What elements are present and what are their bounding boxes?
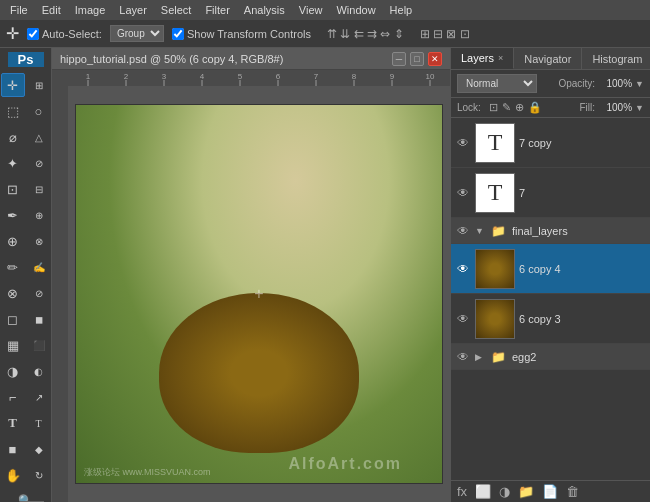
distribute-icons: ⊞ ⊟ ⊠ ⊡ — [420, 27, 470, 41]
layer-item[interactable]: 👁 6 copy 3 — [451, 294, 650, 344]
opacity-value[interactable]: 100% — [598, 78, 632, 89]
opacity-chevron-icon[interactable]: ▼ — [635, 79, 644, 89]
minimize-button[interactable]: ─ — [392, 52, 406, 66]
rotate-view-tool[interactable]: ↻ — [27, 463, 51, 487]
layer-visibility-toggle[interactable]: 👁 — [455, 185, 471, 201]
layer-visibility-toggle[interactable]: 👁 — [455, 311, 471, 327]
lock-position-icon[interactable]: ✎ — [502, 101, 511, 114]
svg-text:2: 2 — [124, 72, 129, 81]
quick-select-tool[interactable]: ⊘ — [27, 151, 51, 175]
menu-file[interactable]: File — [4, 2, 34, 18]
custom-shape-tool[interactable]: ◆ — [27, 437, 51, 461]
layer-visibility-toggle[interactable]: 👁 — [455, 349, 471, 365]
gradient-tool[interactable]: ▦ — [1, 333, 25, 357]
show-transform-checkbox[interactable] — [172, 28, 184, 40]
layer-item[interactable]: 👁 T 7 — [451, 168, 650, 218]
layer-group-item[interactable]: 👁 ▼ 📁 final_layers — [451, 218, 650, 244]
lasso-tool[interactable]: ⌀ — [1, 125, 25, 149]
new-layer-icon[interactable]: 📄 — [542, 484, 558, 499]
dodge-tool[interactable]: ◑ — [1, 359, 25, 383]
poly-lasso-tool[interactable]: △ — [27, 125, 51, 149]
ellipse-select-tool[interactable]: ○ — [27, 99, 51, 123]
shape-tool[interactable]: ■ — [1, 437, 25, 461]
layer-visibility-toggle[interactable]: 👁 — [455, 223, 471, 239]
toolbar: Ps ✛ ⊞ ⬚ ○ ⌀ △ ✦ ⊘ ⊡ ⊟ ✒ ⊕ ⊕ ⊗ ✏ — [0, 48, 52, 502]
artboard-tool[interactable]: ⊞ — [27, 73, 51, 97]
slice-tool[interactable]: ⊟ — [27, 177, 51, 201]
menu-filter[interactable]: Filter — [199, 2, 235, 18]
lock-pixel-icon[interactable]: ⊡ — [489, 101, 498, 114]
svg-text:9: 9 — [390, 72, 395, 81]
canvas-content[interactable]: + 涨级论坛 www.MISSVUAN.com AlfoArt.com — [68, 86, 450, 502]
layer-visibility-toggle[interactable]: 👁 — [455, 135, 471, 151]
layer-thumbnail — [475, 299, 515, 339]
brush-tool[interactable]: ✏ — [1, 255, 25, 279]
auto-select-dropdown[interactable]: Group Layer — [110, 25, 164, 42]
move-tool[interactable]: ✛ — [1, 73, 25, 97]
layer-thumbnail: T — [475, 173, 515, 213]
svg-text:7: 7 — [314, 72, 319, 81]
layer-group-item[interactable]: 👁 ▶ 📁 egg2 — [451, 344, 650, 370]
menu-help[interactable]: Help — [384, 2, 419, 18]
color-sample-tool[interactable]: ⊕ — [27, 203, 51, 227]
fill-value[interactable]: 100% — [598, 102, 632, 113]
tool-group-shape: ■ ◆ — [1, 437, 51, 461]
auto-select-checkbox[interactable] — [27, 28, 39, 40]
layers-list[interactable]: 👁 T 7 copy 👁 T 7 👁 ▼ 📁 final_layers — [451, 118, 650, 480]
tab-layers[interactable]: Layers × — [451, 48, 514, 69]
fill-chevron-icon[interactable]: ▼ — [635, 103, 644, 113]
menu-layer[interactable]: Layer — [113, 2, 153, 18]
vertical-text-tool[interactable]: T — [27, 411, 51, 435]
paint-bucket-tool[interactable]: ⬛ — [27, 333, 51, 357]
tab-navigator[interactable]: Navigator — [514, 48, 582, 69]
pattern-stamp-tool[interactable]: ⊘ — [27, 281, 51, 305]
close-button[interactable]: ✕ — [428, 52, 442, 66]
svg-text:1: 1 — [86, 72, 91, 81]
layer-fx-icon[interactable]: fx — [457, 484, 467, 499]
pencil-tool[interactable]: ✍ — [27, 255, 51, 279]
svg-text:10: 10 — [426, 72, 435, 81]
menu-window[interactable]: Window — [330, 2, 381, 18]
menu-view[interactable]: View — [293, 2, 329, 18]
delete-layer-icon[interactable]: 🗑 — [566, 484, 579, 499]
clone-stamp-tool[interactable]: ⊗ — [1, 281, 25, 305]
tab-histogram[interactable]: Histogram — [582, 48, 650, 69]
layers-tab-close-icon[interactable]: × — [498, 53, 503, 63]
maximize-button[interactable]: □ — [410, 52, 424, 66]
text-tool[interactable]: T — [1, 411, 25, 435]
layer-item[interactable]: 👁 T 7 copy — [451, 118, 650, 168]
group-expand-icon[interactable]: ▼ — [475, 226, 487, 236]
menu-select[interactable]: Select — [155, 2, 198, 18]
rect-select-tool[interactable]: ⬚ — [1, 99, 25, 123]
tool-group-move: ✛ ⊞ — [1, 73, 51, 97]
add-mask-icon[interactable]: ⬜ — [475, 484, 491, 499]
canvas-window-controls: ─ □ ✕ — [392, 52, 442, 66]
eraser-tool[interactable]: ◻ — [1, 307, 25, 331]
adjustment-icon[interactable]: ◑ — [499, 484, 510, 499]
crop-tool[interactable]: ⊡ — [1, 177, 25, 201]
pen-tool[interactable]: ⌐ — [1, 385, 25, 409]
layer-item[interactable]: 👁 6 copy 4 — [451, 244, 650, 294]
burn-tool[interactable]: ◐ — [27, 359, 51, 383]
menu-analysis[interactable]: Analysis — [238, 2, 291, 18]
blend-mode-dropdown[interactable]: Normal Multiply Screen Overlay — [457, 74, 537, 93]
menu-image[interactable]: Image — [69, 2, 112, 18]
layer-visibility-toggle[interactable]: 👁 — [455, 261, 471, 277]
magic-wand-tool[interactable]: ✦ — [1, 151, 25, 175]
svg-text:4: 4 — [200, 72, 205, 81]
bg-eraser-tool[interactable]: ◼ — [27, 307, 51, 331]
group-layers-icon[interactable]: 📁 — [518, 484, 534, 499]
group-expand-icon[interactable]: ▶ — [475, 352, 487, 362]
menu-edit[interactable]: Edit — [36, 2, 67, 18]
healing-brush-tool[interactable]: ⊕ — [1, 229, 25, 253]
lock-add-icon[interactable]: ⊕ — [515, 101, 524, 114]
eyedropper-tool[interactable]: ✒ — [1, 203, 25, 227]
folder-icon: 📁 — [491, 224, 506, 238]
hand-tool[interactable]: ✋ — [1, 463, 25, 487]
canvas-wrapper: + 涨级论坛 www.MISSVUAN.com AlfoArt.com — [52, 86, 450, 502]
main-layout: Ps ✛ ⊞ ⬚ ○ ⌀ △ ✦ ⊘ ⊡ ⊟ ✒ ⊕ ⊕ ⊗ ✏ — [0, 48, 650, 502]
watermark-center: AlfoArt.com — [288, 455, 402, 473]
freeform-pen-tool[interactable]: ↗ — [27, 385, 51, 409]
patch-tool[interactable]: ⊗ — [27, 229, 51, 253]
lock-all-icon[interactable]: 🔒 — [528, 101, 542, 114]
